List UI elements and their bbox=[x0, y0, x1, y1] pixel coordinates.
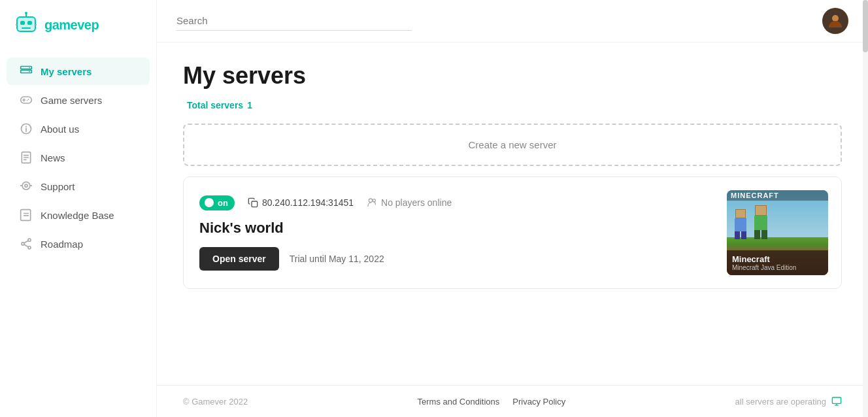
share-icon bbox=[20, 237, 33, 250]
game-image-panel: MINECRAFT Minecraft Minecraft Java Editi… bbox=[727, 190, 828, 275]
create-server-button[interactable]: Create a new server bbox=[183, 124, 842, 166]
footer-status: all servers are operating bbox=[735, 396, 842, 407]
svg-point-16 bbox=[28, 99, 29, 100]
sidebar-item-label: About us bbox=[41, 124, 79, 135]
avatar[interactable] bbox=[822, 8, 848, 34]
header-right bbox=[822, 8, 848, 34]
svg-point-36 bbox=[832, 15, 839, 22]
main-content: My servers Total servers1 Create a new s… bbox=[157, 0, 868, 417]
svg-point-12 bbox=[29, 71, 30, 73]
svg-rect-10 bbox=[21, 70, 32, 73]
mc-char2 bbox=[754, 205, 767, 239]
server-ip: 80.240.112.194:31451 bbox=[248, 197, 354, 208]
svg-rect-4 bbox=[22, 27, 31, 29]
svg-rect-0 bbox=[17, 17, 35, 31]
svg-point-39 bbox=[373, 199, 375, 202]
mc-overlay: Minecraft Minecraft Java Edition bbox=[727, 250, 828, 275]
sidebar: gamevep My servers bbox=[0, 0, 157, 417]
total-servers-label: Total servers1 bbox=[183, 100, 842, 110]
svg-point-25 bbox=[22, 182, 30, 190]
gamepad-icon bbox=[20, 93, 33, 107]
svg-rect-9 bbox=[21, 67, 32, 69]
status-text: on bbox=[218, 198, 228, 208]
mc-game-edition: Minecraft Java Edition bbox=[732, 264, 823, 271]
trial-text: Trial until May 11, 2022 bbox=[290, 254, 384, 264]
footer-links: Terms and Conditions Privacy Policy bbox=[418, 397, 566, 407]
info-circle-icon bbox=[20, 122, 33, 135]
server-card: on 80.240.112.194:31451 bbox=[183, 176, 842, 289]
sidebar-item-news[interactable]: News bbox=[7, 144, 150, 171]
mc-char1 bbox=[735, 209, 746, 239]
book-icon bbox=[20, 208, 33, 222]
sidebar-item-label: Knowledge Base bbox=[41, 210, 114, 221]
toggle-circle bbox=[205, 198, 214, 207]
players-icon bbox=[367, 197, 377, 208]
sidebar-item-game-servers[interactable]: Game servers bbox=[7, 86, 150, 114]
copy-icon bbox=[248, 197, 258, 208]
logo[interactable]: gamevep bbox=[0, 0, 156, 50]
page-title: My servers bbox=[183, 62, 842, 90]
search-bar[interactable] bbox=[176, 11, 412, 31]
svg-line-35 bbox=[24, 244, 28, 247]
server-name: Nick's world bbox=[199, 220, 716, 237]
privacy-link[interactable]: Privacy Policy bbox=[512, 397, 565, 407]
page-content: My servers Total servers1 Create a new s… bbox=[157, 42, 868, 385]
sidebar-item-label: Game servers bbox=[41, 95, 102, 106]
monitor-icon bbox=[831, 396, 842, 407]
sidebar-nav: My servers Game servers bbox=[0, 50, 156, 417]
terms-link[interactable]: Terms and Conditions bbox=[418, 397, 500, 407]
sidebar-item-label: Support bbox=[41, 181, 75, 192]
svg-point-38 bbox=[369, 199, 372, 202]
sidebar-item-label: My servers bbox=[41, 66, 92, 77]
create-server-label: Create a new server bbox=[468, 139, 556, 150]
logo-icon bbox=[13, 12, 39, 38]
svg-line-34 bbox=[24, 241, 28, 243]
sidebar-item-support[interactable]: Support bbox=[7, 173, 150, 200]
server-card-body: on 80.240.112.194:31451 bbox=[199, 195, 716, 271]
svg-point-11 bbox=[29, 67, 30, 69]
document-icon bbox=[20, 151, 33, 164]
svg-rect-3 bbox=[27, 21, 32, 25]
avatar-icon bbox=[826, 12, 844, 30]
logo-text: gamevep bbox=[44, 18, 99, 33]
sidebar-item-knowledge-base[interactable]: Knowledge Base bbox=[7, 201, 150, 229]
footer: © Gamever 2022 Terms and Conditions Priv… bbox=[157, 385, 868, 417]
scrollbar-thumb[interactable] bbox=[863, 0, 868, 52]
status-label: all servers are operating bbox=[735, 397, 826, 407]
svg-point-28 bbox=[25, 184, 27, 187]
sidebar-item-label: News bbox=[41, 152, 65, 163]
server-icon bbox=[20, 65, 33, 78]
server-card-top: on 80.240.112.194:31451 bbox=[199, 195, 716, 210]
server-players: No players online bbox=[367, 197, 452, 208]
svg-point-20 bbox=[26, 126, 27, 127]
sidebar-item-label: Roadmap bbox=[41, 239, 83, 250]
sidebar-item-my-servers[interactable]: My servers bbox=[7, 58, 150, 85]
svg-rect-2 bbox=[20, 21, 25, 25]
header bbox=[157, 0, 868, 42]
mc-game-title: Minecraft bbox=[732, 254, 823, 264]
search-input[interactable] bbox=[176, 11, 412, 31]
svg-rect-37 bbox=[252, 201, 258, 207]
headset-icon bbox=[20, 180, 33, 193]
ip-text: 80.240.112.194:31451 bbox=[262, 197, 354, 208]
sidebar-item-roadmap[interactable]: Roadmap bbox=[7, 230, 150, 258]
mc-title-bar: MINECRAFT bbox=[727, 190, 828, 201]
players-text: No players online bbox=[381, 197, 452, 208]
open-server-button[interactable]: Open server bbox=[199, 247, 279, 271]
scrollbar-track[interactable] bbox=[863, 0, 868, 417]
sidebar-item-about-us[interactable]: About us bbox=[7, 115, 150, 142]
svg-point-17 bbox=[27, 100, 28, 101]
server-card-actions: Open server Trial until May 11, 2022 bbox=[199, 247, 716, 271]
minecraft-art: MINECRAFT Minecraft Minecraft Java Editi… bbox=[727, 190, 828, 275]
svg-point-6 bbox=[25, 12, 27, 14]
footer-copyright: © Gamever 2022 bbox=[183, 397, 248, 407]
svg-rect-40 bbox=[832, 397, 841, 403]
server-status-badge[interactable]: on bbox=[199, 195, 235, 210]
